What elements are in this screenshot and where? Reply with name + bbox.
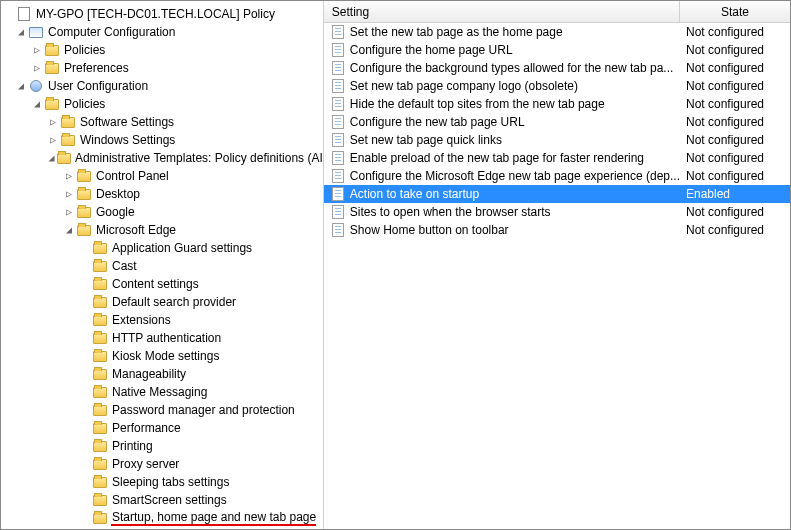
settings-pane: Setting State Set the new tab page as th… bbox=[324, 1, 790, 529]
expand-toggle[interactable]: ▷ bbox=[63, 170, 75, 182]
tree-edge-manage[interactable]: Manageability bbox=[1, 365, 323, 383]
setting-state: Enabled bbox=[680, 187, 790, 201]
setting-row[interactable]: Configure the home page URLNot configure… bbox=[324, 41, 790, 59]
column-header-state[interactable]: State bbox=[680, 5, 790, 19]
setting-row[interactable]: Sites to open when the browser startsNot… bbox=[324, 203, 790, 221]
setting-row[interactable]: Set new tab page quick linksNot configur… bbox=[324, 131, 790, 149]
setting-state: Not configured bbox=[680, 115, 790, 129]
tree-edge-content[interactable]: Content settings bbox=[1, 275, 323, 293]
setting-state: Not configured bbox=[680, 61, 790, 75]
tree-uc-windows[interactable]: ▷ Windows Settings bbox=[1, 131, 323, 149]
collapse-toggle[interactable]: ◢ bbox=[63, 224, 75, 236]
tree-uc-policies[interactable]: ◢ Policies bbox=[1, 95, 323, 113]
tree-edge-proxy[interactable]: Proxy server bbox=[1, 455, 323, 473]
expand-toggle[interactable]: ▷ bbox=[63, 206, 75, 218]
tree-pane: MY-GPO [TECH-DC01.TECH.LOCAL] Policy ◢ C… bbox=[1, 1, 324, 529]
tree-label: Kiosk Mode settings bbox=[111, 349, 219, 363]
tree-label: Manageability bbox=[111, 367, 186, 381]
grid-header: Setting State bbox=[324, 1, 790, 23]
setting-row[interactable]: Show Home button on toolbarNot configure… bbox=[324, 221, 790, 239]
expand-toggle[interactable]: ▷ bbox=[63, 188, 75, 200]
setting-icon bbox=[330, 97, 346, 111]
expand-toggle[interactable]: ▷ bbox=[47, 134, 59, 146]
tree-edge-print[interactable]: Printing bbox=[1, 437, 323, 455]
tree-label: Policies bbox=[63, 43, 105, 57]
collapse-toggle[interactable]: ◢ bbox=[15, 26, 27, 38]
tree-edge-defsearch[interactable]: Default search provider bbox=[1, 293, 323, 311]
tree-uc-admtpl[interactable]: ◢ Administrative Templates: Policy defin… bbox=[1, 149, 323, 167]
tree-cc-policies[interactable]: ▷ Policies bbox=[1, 41, 323, 59]
folder-icon bbox=[92, 330, 108, 346]
folder-icon bbox=[60, 114, 76, 130]
tree-at-controlpanel[interactable]: ▷ Control Panel bbox=[1, 167, 323, 185]
computer-icon bbox=[28, 24, 44, 40]
folder-icon bbox=[76, 186, 92, 202]
setting-label: Configure the new tab page URL bbox=[350, 115, 680, 129]
setting-row[interactable]: Configure the background types allowed f… bbox=[324, 59, 790, 77]
column-header-label: State bbox=[721, 5, 749, 19]
tree-root[interactable]: MY-GPO [TECH-DC01.TECH.LOCAL] Policy bbox=[1, 5, 323, 23]
tree-edge-passmgr[interactable]: Password manager and protection bbox=[1, 401, 323, 419]
tree-label: Preferences bbox=[63, 61, 129, 75]
setting-state: Not configured bbox=[680, 205, 790, 219]
folder-icon bbox=[92, 402, 108, 418]
tree-edge-ext[interactable]: Extensions bbox=[1, 311, 323, 329]
setting-state: Not configured bbox=[680, 151, 790, 165]
tree-label: Password manager and protection bbox=[111, 403, 295, 417]
tree-edge-httpauth[interactable]: HTTP authentication bbox=[1, 329, 323, 347]
setting-state: Not configured bbox=[680, 79, 790, 93]
setting-icon bbox=[330, 25, 346, 39]
setting-row[interactable]: Enable preload of the new tab page for f… bbox=[324, 149, 790, 167]
tree-label: Default search provider bbox=[111, 295, 236, 309]
setting-row[interactable]: Action to take on startupEnabled bbox=[324, 185, 790, 203]
tree-edge-kiosk[interactable]: Kiosk Mode settings bbox=[1, 347, 323, 365]
tree-label: Administrative Templates: Policy definit… bbox=[74, 151, 323, 165]
tree-edge-smartscreen[interactable]: SmartScreen settings bbox=[1, 491, 323, 509]
setting-row[interactable]: Set the new tab page as the home pageNot… bbox=[324, 23, 790, 41]
tree-edge-cast[interactable]: Cast bbox=[1, 257, 323, 275]
tree-at-desktop[interactable]: ▷ Desktop bbox=[1, 185, 323, 203]
setting-label: Set new tab page company logo (obsolete) bbox=[350, 79, 680, 93]
expand-toggle[interactable]: ▷ bbox=[31, 62, 43, 74]
tree-computer-config[interactable]: ◢ Computer Configuration bbox=[1, 23, 323, 41]
folder-icon bbox=[60, 132, 76, 148]
tree-edge-sleep[interactable]: Sleeping tabs settings bbox=[1, 473, 323, 491]
tree-label: Proxy server bbox=[111, 457, 179, 471]
tree-label: HTTP authentication bbox=[111, 331, 221, 345]
tree-label: Content settings bbox=[111, 277, 199, 291]
setting-row[interactable]: Set new tab page company logo (obsolete)… bbox=[324, 77, 790, 95]
collapse-toggle[interactable]: ◢ bbox=[31, 98, 43, 110]
expand-toggle[interactable]: ▷ bbox=[47, 116, 59, 128]
tree-label: Extensions bbox=[111, 313, 171, 327]
tree-edge-startup[interactable]: Startup, home page and new tab page bbox=[1, 509, 323, 527]
tree-label: Printing bbox=[111, 439, 153, 453]
collapse-toggle[interactable]: ◢ bbox=[47, 152, 56, 164]
collapse-toggle[interactable]: ◢ bbox=[15, 80, 27, 92]
expand-toggle[interactable]: ▷ bbox=[31, 44, 43, 56]
tree-edge-appguard[interactable]: Application Guard settings bbox=[1, 239, 323, 257]
setting-row[interactable]: Hide the default top sites from the new … bbox=[324, 95, 790, 113]
tree-user-config[interactable]: ◢ User Configuration bbox=[1, 77, 323, 95]
setting-state: Not configured bbox=[680, 25, 790, 39]
tree-label: Startup, home page and new tab page bbox=[111, 510, 316, 526]
tree-at-edge[interactable]: ◢ Microsoft Edge bbox=[1, 221, 323, 239]
tree-uc-software[interactable]: ▷ Software Settings bbox=[1, 113, 323, 131]
tree-edge-perf[interactable]: Performance bbox=[1, 419, 323, 437]
setting-label: Configure the Microsoft Edge new tab pag… bbox=[350, 169, 680, 183]
tree-label: Cast bbox=[111, 259, 137, 273]
tree-edge-nativem[interactable]: Native Messaging bbox=[1, 383, 323, 401]
tree-cc-preferences[interactable]: ▷ Preferences bbox=[1, 59, 323, 77]
column-header-setting[interactable]: Setting bbox=[324, 1, 680, 22]
tree-at-google[interactable]: ▷ Google bbox=[1, 203, 323, 221]
setting-label: Enable preload of the new tab page for f… bbox=[350, 151, 680, 165]
tree-label: Application Guard settings bbox=[111, 241, 252, 255]
folder-icon bbox=[92, 456, 108, 472]
tree-label: Policies bbox=[63, 97, 105, 111]
setting-icon bbox=[330, 151, 346, 165]
tree-label: MY-GPO [TECH-DC01.TECH.LOCAL] Policy bbox=[35, 7, 275, 21]
column-header-label: Setting bbox=[332, 5, 369, 19]
setting-row[interactable]: Configure the Microsoft Edge new tab pag… bbox=[324, 167, 790, 185]
user-icon bbox=[28, 78, 44, 94]
tree-label: Windows Settings bbox=[79, 133, 175, 147]
setting-row[interactable]: Configure the new tab page URLNot config… bbox=[324, 113, 790, 131]
